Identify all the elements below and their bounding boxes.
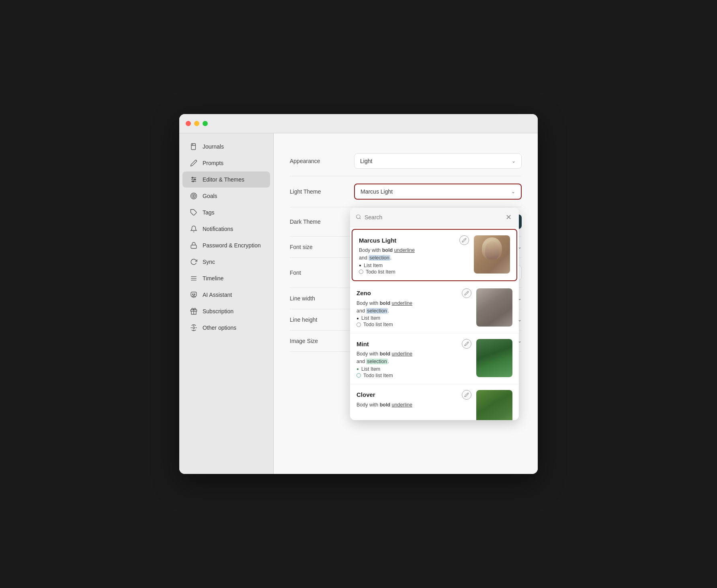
bullet-icon: ● [356,316,359,321]
theme-item-mint[interactable]: Mint Body with bold underlineand selecti… [350,333,519,384]
theme-info-mint: Mint Body with bold underlineand selecti… [356,339,471,378]
theme-body-clover: Body with bold underline [356,401,471,409]
theme-body-mint: Body with bold underlineand selection. [356,350,471,365]
sidebar-item-tags[interactable]: Tags [182,204,270,220]
app-window: Journals Prompts Editor & Themes Goals T… [179,114,538,474]
sidebar: Journals Prompts Editor & Themes Goals T… [179,133,274,474]
edit-icon-clover[interactable] [462,390,471,400]
circle-icon [359,270,363,274]
svg-line-26 [467,343,468,343]
sidebar-item-goals[interactable]: Goals [182,188,270,204]
svg-rect-0 [191,144,196,150]
minimize-button[interactable] [194,121,199,126]
theme-list: Marcus Light Body with bold underlineand… [350,227,519,420]
svg-line-24 [465,239,466,240]
sidebar-item-ai-assistant[interactable]: AI Assistant [182,287,270,303]
svg-point-18 [193,294,193,295]
appearance-dropdown[interactable]: Light ⌄ [354,153,522,169]
window-content: Journals Prompts Editor & Themes Goals T… [179,133,538,474]
dark-theme-label: Dark Theme [290,218,354,225]
sidebar-item-editor-themes[interactable]: Editor & Themes [182,172,270,188]
edit-icon-marcus[interactable] [459,235,469,245]
theme-thumbnail-marcus [474,235,510,274]
sidebar-item-timeline[interactable]: Timeline [182,270,270,286]
theme-name-clover: Clover [356,391,375,398]
todo-item-label: Todo list Item [363,322,393,327]
password-encryption-icon [190,241,198,249]
list-item-label: List Item [364,263,383,268]
tags-icon [190,208,198,216]
circle-icon [356,373,361,378]
theme-todo-zeno: Todo list Item [356,322,471,327]
titlebar [179,114,538,133]
sidebar-item-prompts[interactable]: Prompts [182,155,270,171]
font-label: Font [290,270,354,276]
traffic-lights [186,121,208,126]
theme-name-marcus: Marcus Light [359,237,396,244]
sidebar-label-editor-themes: Editor & Themes [203,176,244,183]
close-icon[interactable]: ✕ [504,212,513,222]
sidebar-label-sync: Sync [203,259,215,265]
close-button[interactable] [186,121,191,126]
sidebar-item-journals[interactable]: Journals [182,139,270,155]
svg-line-27 [467,393,468,394]
notifications-icon [190,225,198,233]
light-theme-control: Marcus Light ⌄ ✕ Marcu [354,184,522,200]
svg-line-23 [360,218,361,219]
main-content: Appearance Light ⌄ Light Theme Marcus Li… [274,133,538,474]
journals-icon [190,143,198,151]
theme-item-marcus-light[interactable]: Marcus Light Body with bold underlineand… [352,229,517,281]
sidebar-item-notifications[interactable]: Notifications [182,221,270,237]
light-theme-dropdown[interactable]: Marcus Light ⌄ [354,184,522,200]
setting-row-appearance: Appearance Light ⌄ [290,146,522,176]
theme-todo-mint: Todo list Item [356,373,471,378]
theme-todo-marcus: Todo list Item [359,269,469,275]
theme-thumbnail-zeno [476,288,512,327]
theme-name-zeno: Zeno [356,290,371,296]
theme-dropdown-overlay: ✕ Marcus Light Bo [350,208,519,420]
theme-item-clover[interactable]: Clover Body with bold underline [350,384,519,421]
svg-point-11 [193,196,195,197]
theme-body-zeno: Body with bold underlineand selection. [356,300,471,315]
svg-point-9 [191,193,197,199]
circle-icon [356,323,361,327]
light-theme-label: Light Theme [290,188,354,195]
svg-point-19 [194,294,195,295]
maximize-button[interactable] [203,121,208,126]
editor-themes-icon [190,176,198,184]
dropdown-search-bar: ✕ [350,208,519,227]
theme-item-zeno[interactable]: Zeno Body with bold underlineand selecti… [350,283,519,334]
svg-point-7 [195,179,196,180]
theme-search-input[interactable] [365,214,500,220]
theme-list-zeno: ● List Item [356,315,471,321]
appearance-label: Appearance [290,158,354,164]
svg-line-25 [467,292,468,292]
todo-item-label: Todo list Item [366,269,395,275]
theme-list-marcus: ● List Item [359,263,469,268]
sidebar-label-timeline: Timeline [203,275,223,282]
sidebar-label-journals: Journals [203,143,224,150]
theme-list-mint: ● List Item [356,366,471,372]
svg-point-21 [193,327,195,329]
theme-info-marcus: Marcus Light Body with bold underlineand… [359,235,469,275]
sidebar-label-tags: Tags [203,209,215,216]
subscription-icon [190,307,198,315]
sidebar-item-other-options[interactable]: Other options [182,320,270,336]
sidebar-item-password-encryption[interactable]: Password & Encryption [182,237,270,253]
sidebar-item-subscription[interactable]: Subscription [182,303,270,319]
theme-thumbnail-mint [476,339,512,377]
font-size-label: Font size [290,244,354,250]
prompts-icon [190,159,198,167]
svg-point-22 [356,215,360,218]
line-height-label: Line height [290,316,354,323]
theme-thumbnail-clover [476,390,512,421]
search-icon [356,214,361,221]
goals-icon [190,192,198,200]
svg-point-8 [193,181,194,182]
edit-icon-zeno[interactable] [462,288,471,298]
sidebar-label-password-encryption: Password & Encryption [203,242,261,249]
todo-item-label: Todo list Item [363,373,393,378]
sidebar-item-sync[interactable]: Sync [182,254,270,270]
theme-info-zeno: Zeno Body with bold underlineand selecti… [356,288,471,328]
edit-icon-mint[interactable] [462,339,471,349]
